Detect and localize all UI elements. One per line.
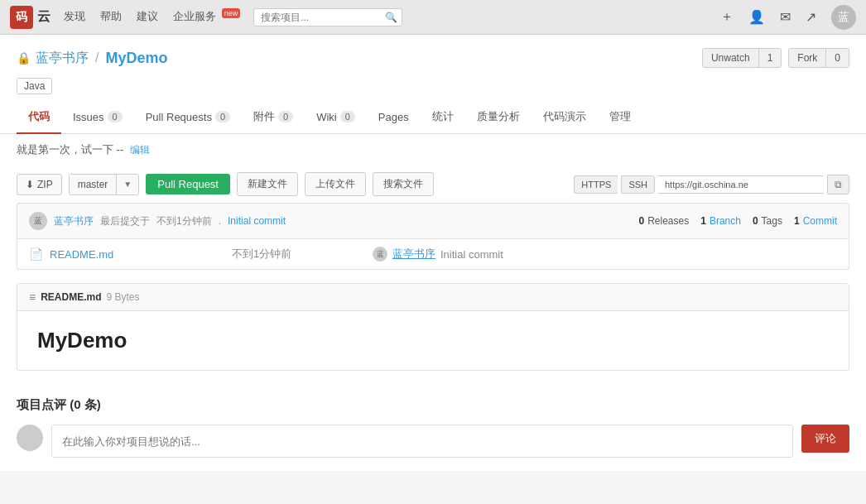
commit-info-bar: 蓝 蓝亭书序 最后提交于 不到1分钟前 . Initial commit 0 R…: [17, 203, 849, 239]
branch-stat-link[interactable]: Branch: [710, 215, 741, 227]
readme-size: 9 Bytes: [107, 291, 140, 303]
avatar[interactable]: 蓝: [831, 5, 856, 30]
repo-owner-link[interactable]: 蓝亭书序: [36, 50, 89, 67]
mail-icon[interactable]: ✉: [780, 9, 791, 25]
repo-separator: /: [95, 50, 99, 65]
tab-quality[interactable]: 质量分析: [465, 101, 532, 134]
search-input[interactable]: [261, 12, 385, 23]
pull-request-button[interactable]: Pull Request: [146, 174, 230, 194]
commit-owner-link[interactable]: 蓝亭书序: [54, 214, 94, 228]
logo-text: 云: [37, 8, 51, 26]
search-icon: 🔍: [385, 12, 397, 23]
branch-stat: 1 Branch: [700, 215, 741, 227]
zip-button[interactable]: ⬇ ZIP: [17, 174, 62, 195]
file-time: 不到1分钟前: [232, 247, 356, 262]
commit-info-right: 0 Releases 1 Branch 0 Tags 1 Commit: [638, 215, 837, 227]
search-box: 🔍: [253, 8, 402, 26]
branch-name: master: [70, 175, 118, 194]
readme-title: MyDemo: [37, 328, 829, 353]
fork-count: 0: [826, 49, 849, 67]
commit-stat: 1 Commit: [794, 215, 837, 227]
nav-help[interactable]: 帮助: [100, 9, 122, 24]
copy-url-button[interactable]: ⧉: [827, 175, 849, 194]
new-badge: new: [222, 8, 241, 18]
lock-icon: 🔒: [17, 51, 31, 65]
file-name-link[interactable]: README.md: [50, 248, 215, 261]
clone-url-input[interactable]: [658, 175, 824, 194]
comment-input[interactable]: [51, 425, 793, 458]
releases-stat: 0 Releases: [638, 215, 689, 227]
tab-code-demo[interactable]: 代码演示: [532, 101, 598, 134]
tab-code[interactable]: 代码: [17, 101, 61, 134]
readme-content: MyDemo: [17, 311, 849, 370]
commit-message-link[interactable]: Initial commit: [228, 215, 286, 227]
repo-actions: Unwatch 1 Fork 0: [702, 48, 849, 68]
logo[interactable]: 码 云: [10, 6, 51, 29]
main-container: 🔒 蓝亭书序 / MyDemo Unwatch 1 Fork 0 Java 代码…: [0, 35, 866, 471]
ssh-button[interactable]: SSH: [621, 175, 655, 194]
readme-icon: ≡: [29, 290, 36, 304]
tab-wiki[interactable]: Wiki 0: [305, 101, 367, 134]
share-icon[interactable]: ↗: [806, 9, 816, 25]
tab-manage[interactable]: 管理: [598, 101, 642, 134]
clone-section: HTTPS SSH ⧉: [574, 175, 849, 194]
repo-description: 就是第一次，试一下 -- 编辑: [0, 134, 866, 166]
commit-action-text: 最后提交于: [100, 214, 150, 228]
tab-attachments[interactable]: 附件 0: [242, 101, 305, 134]
repo-header: 🔒 蓝亭书序 / MyDemo Unwatch 1 Fork 0: [0, 35, 866, 74]
fork-label: Fork: [789, 49, 826, 67]
search-file-button[interactable]: 搜索文件: [373, 172, 434, 196]
nav-suggest[interactable]: 建议: [137, 9, 158, 24]
readme-filename: README.md: [41, 291, 101, 303]
nav-discover[interactable]: 发现: [64, 9, 85, 24]
watch-label: Unwatch: [703, 49, 759, 67]
commit-info-left: 蓝 蓝亭书序 最后提交于 不到1分钟前 . Initial commit: [29, 212, 286, 230]
file-commit-avatar: 蓝: [373, 247, 387, 262]
comment-submit-button[interactable]: 评论: [801, 425, 849, 453]
tags-stat: 0 Tags: [753, 215, 782, 227]
nav-right-icons: ＋ 👤 ✉ ↗ 蓝: [720, 5, 856, 30]
tab-issues[interactable]: Issues 0: [61, 101, 134, 134]
attachments-badge: 0: [278, 111, 293, 122]
new-file-button[interactable]: 新建文件: [237, 172, 298, 196]
commit-author-avatar: 蓝: [29, 212, 47, 230]
nav-links: 发现 帮助 建议 企业服务 new: [64, 9, 240, 24]
tab-pages[interactable]: Pages: [367, 101, 421, 134]
repo-name-link[interactable]: MyDemo: [105, 50, 167, 67]
table-row: 📄 README.md 不到1分钟前 蓝 蓝亭书序 Initial commit: [17, 239, 849, 269]
fork-button[interactable]: Fork 0: [788, 48, 849, 68]
upload-button[interactable]: 上传文件: [305, 172, 366, 196]
comments-title: 项目点评 (0 条): [17, 397, 849, 413]
issues-badge: 0: [108, 111, 123, 122]
https-button[interactable]: HTTPS: [574, 175, 618, 194]
file-commit-info: 蓝 蓝亭书序 Initial commit: [373, 247, 503, 262]
language-tag[interactable]: Java: [17, 78, 52, 94]
tab-pull-requests[interactable]: Pull Requests 0: [134, 101, 242, 134]
watch-button[interactable]: Unwatch 1: [702, 48, 782, 68]
wiki-badge: 0: [340, 111, 355, 122]
file-list: 📄 README.md 不到1分钟前 蓝 蓝亭书序 Initial commit: [17, 239, 849, 270]
download-icon: ⬇: [26, 179, 34, 190]
edit-description-link[interactable]: 编辑: [130, 143, 150, 157]
tab-stats[interactable]: 统计: [421, 101, 465, 134]
commenter-avatar: [17, 425, 43, 451]
commit-time: 不到1分钟前: [156, 214, 212, 228]
repo-title: 🔒 蓝亭书序 / MyDemo: [17, 50, 167, 67]
add-icon[interactable]: ＋: [720, 8, 734, 26]
repo-toolbar: ⬇ ZIP master ▼ Pull Request 新建文件 上传文件 搜索…: [0, 166, 866, 203]
file-icon: 📄: [29, 247, 43, 261]
readme-header: ≡ README.md 9 Bytes: [17, 284, 849, 311]
comment-input-row: 评论: [17, 425, 849, 458]
top-navigation: 码 云 发现 帮助 建议 企业服务 new 🔍 ＋ 👤 ✉ ↗ 蓝: [0, 0, 866, 35]
comments-section: 项目点评 (0 条) 评论: [0, 384, 866, 471]
branch-dropdown[interactable]: master ▼: [69, 174, 140, 195]
repo-tabs: 代码 Issues 0 Pull Requests 0 附件 0 Wiki 0 …: [0, 101, 866, 134]
file-commit-message: Initial commit: [440, 248, 503, 261]
readme-box: ≡ README.md 9 Bytes MyDemo: [17, 283, 849, 371]
logo-icon: 码: [10, 6, 33, 29]
commit-stat-link[interactable]: Commit: [803, 215, 837, 227]
file-commit-owner[interactable]: 蓝亭书序: [392, 247, 435, 262]
branch-arrow-icon: ▼: [117, 175, 138, 193]
nav-enterprise[interactable]: 企业服务 new: [173, 9, 240, 24]
user-icon[interactable]: 👤: [748, 9, 765, 25]
